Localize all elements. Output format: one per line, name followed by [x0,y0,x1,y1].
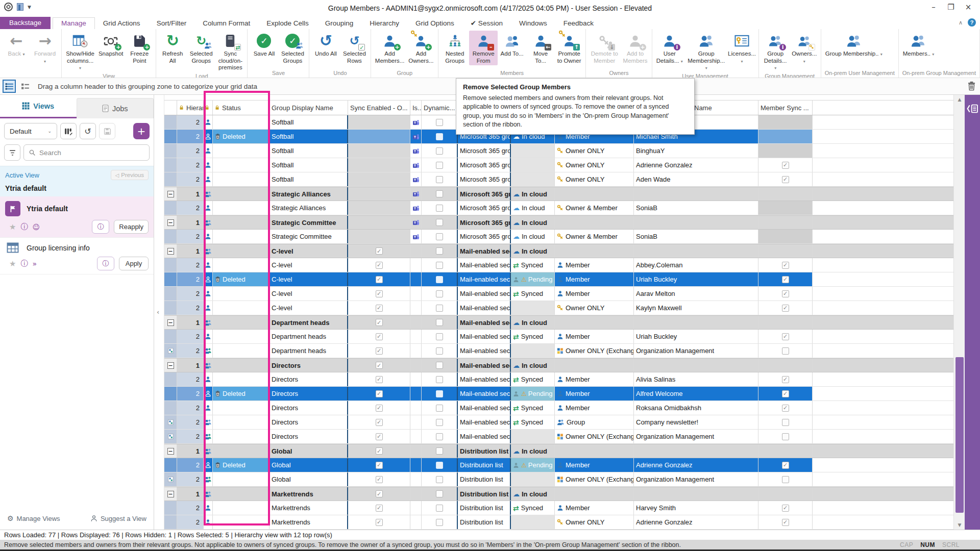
maximize-button[interactable]: ❐ [942,0,960,14]
column-header-sync-enabled-o[interactable]: Sync Enabled - O... [348,101,410,115]
checkbox[interactable]: ✓ [782,376,789,383]
checkbox[interactable] [436,519,443,526]
table-row[interactable]: −1Markettrends✓Distribution list☁In clou… [164,487,953,501]
save-view-button[interactable] [99,123,115,139]
forward-button[interactable]: →Forward ▾ [31,31,59,65]
filter-button[interactable] [4,144,20,161]
scroll-up-icon[interactable]: ▲ [954,95,965,104]
checkbox[interactable]: ✓ [376,333,383,340]
checkbox[interactable]: ✓ [376,433,383,440]
save-all-button[interactable]: ✓Save All [250,31,278,59]
table-row[interactable]: 2SoftballMicrosoft 365 groupOwner ONLYBi… [164,144,953,158]
column-header-col2[interactable] [204,101,213,115]
checkbox[interactable] [436,347,443,355]
checkbox[interactable] [436,447,443,455]
table-row[interactable]: −1Global✓Distribution list☁In cloud [164,444,953,458]
checkbox[interactable] [782,347,789,355]
licenses-button[interactable]: Licenses... ▾ [728,31,756,65]
checkbox[interactable] [436,276,443,283]
back-button[interactable]: ←Back ▾ [2,31,31,59]
checkbox[interactable]: ✓ [376,462,383,469]
demote-to-member-button[interactable]: ↓Demote to Member [588,31,621,65]
checkbox[interactable] [436,362,443,369]
table-row[interactable]: −1Department heads✓Mail-enabled security… [164,315,953,330]
selected-groups-button[interactable]: ✓Selected Groups [278,31,307,65]
column-header-hierarc[interactable]: Hierarc... [177,101,204,115]
table-row[interactable]: 2Directors✓Mail-enabled security⇄SyncedG… [164,415,953,430]
view-item-group-licensing-info[interactable]: Group licensing info ★ ⓘ» ⓘ Apply [0,238,154,274]
members-button[interactable]: Members.. ▾ [901,31,937,59]
checkbox[interactable]: ✓ [376,347,383,355]
checkbox[interactable] [436,319,443,326]
checkbox[interactable]: ✓ [782,405,789,412]
column-header-status[interactable]: Status [213,101,270,115]
checkbox[interactable]: ✓ [782,262,789,269]
checkbox[interactable]: ✓ [376,505,383,512]
show-hide-columns-button[interactable]: Show/Hide columns... ▾ [64,31,96,72]
help-icon[interactable]: ? [968,18,976,27]
view-info-button[interactable]: ⓘ [97,257,114,270]
table-row[interactable]: 2SoftballMicrosoft 365 groupOwner ONLYAd… [164,172,953,187]
table-row[interactable]: 2Strategic CommitteeMicrosoft 365 group☁… [164,230,953,244]
checkbox[interactable]: ✓ [782,462,789,469]
history-icon[interactable]: ☺ [32,223,40,231]
tab-jobs[interactable]: Jobs [77,98,154,118]
refresh-all-button[interactable]: ↻Refresh All [158,31,187,65]
freeze-point-button[interactable]: +Freeze Point [125,31,154,65]
checkbox[interactable]: ✓ [782,390,789,397]
checkbox[interactable] [782,419,789,426]
add-to-button[interactable]: Add To... [498,31,526,59]
info-circle-icon[interactable]: ⓘ [20,222,28,232]
snapshot-button[interactable]: +Snapshot [96,31,125,59]
checkbox[interactable] [436,247,443,255]
table-row[interactable]: 2Global✓Distribution listOwner ONLY (Exc… [164,472,953,487]
group-details-button[interactable]: iGroup Details... ▾ [761,31,790,72]
checkbox[interactable]: ✓ [782,276,789,283]
scroll-down-icon[interactable]: ▼ [954,520,965,530]
table-row[interactable]: 2C-level✓Mail-enabled security⇄SyncedMem… [164,287,953,301]
collapse-group-icon[interactable]: − [167,319,174,326]
checkbox[interactable] [436,405,443,412]
checkbox[interactable]: ✓ [376,519,383,526]
trash-icon[interactable] [967,81,976,93]
table-row[interactable]: −1Strategic CommitteeMicrosoft 365 group… [164,215,953,230]
add-members-button[interactable]: +Add Members... [373,31,406,65]
reapply-button[interactable]: Reapply [114,220,149,234]
ribbon-tab-grid-actions[interactable]: Grid Actions [95,18,149,29]
checkbox[interactable] [436,119,443,126]
user-details-button[interactable]: iUser Details... ▾ [654,31,685,65]
table-row[interactable]: 2DeletedDirectors✓Mail-enabled security⚠… [164,387,953,401]
list-view-toggle-icon[interactable] [18,80,32,93]
checkbox[interactable]: ✓ [376,490,383,497]
reset-view-button[interactable]: ↺ [80,123,96,139]
table-row[interactable]: 2DeletedC-level✓Mail-enabled security⚠Pe… [164,272,953,287]
checkbox[interactable]: ✓ [376,290,383,297]
table-row[interactable]: 2C-level✓Mail-enabled securityOwner ONLY… [164,301,953,315]
table-row[interactable]: −1Strategic AlliancesMicrosoft 365 group… [164,187,953,201]
checkbox[interactable] [436,190,443,197]
remove-from-button[interactable]: –Remove From [469,31,498,65]
checkbox[interactable] [782,476,789,483]
search-input[interactable]: Search [23,144,150,161]
sync-cloud-on-premises-button[interactable]: ⇄Sync cloud/on-premises [215,31,245,72]
star-icon[interactable]: ★ [9,259,16,268]
collapse-group-icon[interactable]: − [167,362,174,369]
sidebar-collapse-strip[interactable]: ‹ [154,95,164,530]
checkbox[interactable] [436,490,443,497]
table-row[interactable]: 2SoftballMicrosoft 365 groupOwner ONLYAd… [164,158,953,172]
table-row[interactable]: 2Markettrends✓Distribution list⇄SyncedMe… [164,501,953,515]
checkbox[interactable] [436,505,443,512]
ribbon-tab-sort-filter[interactable]: Sort/Filter [149,18,195,29]
checkbox[interactable] [436,233,443,240]
column-header-dynamic[interactable]: Dynamic... [422,101,458,115]
collapse-group-icon[interactable]: − [167,191,174,197]
checkbox[interactable]: ✓ [376,476,383,483]
selected-groups-button[interactable]: ↻Selected Groups [187,31,215,65]
checkbox[interactable]: ✓ [376,419,383,426]
checkbox[interactable] [436,147,443,155]
checkbox[interactable] [436,376,443,383]
promote-to-owner-button[interactable]: ↑Promote to Owner [555,31,583,65]
vertical-scrollbar[interactable]: ▲ ▼ [953,95,965,530]
group-membership-button[interactable]: Group Membership... ▾ [685,31,728,72]
suggest-view-link[interactable]: Suggest a View [90,514,146,522]
